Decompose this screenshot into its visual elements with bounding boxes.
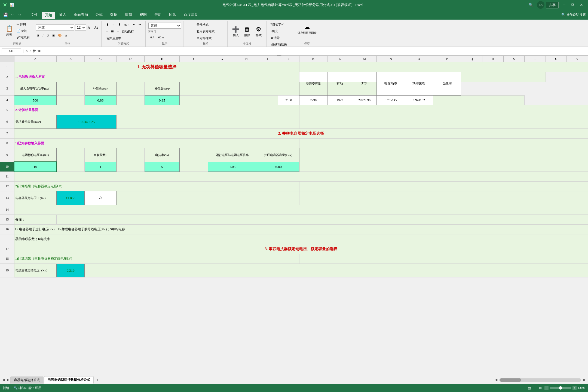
zoom-in-button[interactable]: + — [572, 386, 577, 390]
tab-layout[interactable]: 页面布局 — [70, 11, 92, 19]
row-header-14[interactable]: 14 — [0, 205, 14, 215]
save-cloud-button[interactable]: ☁ 保存到百度网盘 — [296, 21, 318, 37]
scroll-right-sheet-button[interactable]: ▶ — [6, 378, 10, 382]
tab-view[interactable]: 视图 — [136, 11, 151, 19]
col-header-F[interactable]: F — [180, 56, 208, 62]
row-header-17[interactable]: 17 — [0, 244, 14, 254]
cell-pf-header[interactable]: 功率因数 — [405, 72, 433, 96]
cell-series-count-val[interactable]: 1 — [85, 162, 116, 172]
cell-reactive-label[interactable]: 无功补偿容量(kvar) — [14, 115, 56, 129]
font-name-select[interactable]: 宋体 — [36, 24, 74, 30]
font-increase-button[interactable]: A↑ — [87, 25, 93, 30]
row-header-7[interactable]: 7 — [0, 129, 14, 139]
format-painter-button[interactable]: 🖌 格式刷 — [15, 34, 31, 40]
font-color-button[interactable]: A — [64, 32, 69, 38]
cell-pre-cos-label[interactable]: 补偿前cosΦ — [85, 82, 116, 96]
formula-input[interactable] — [37, 49, 586, 53]
font-size-select[interactable]: 12 — [75, 24, 86, 30]
cell-reference-input[interactable] — [2, 48, 21, 54]
cancel-formula-icon[interactable]: ✕ — [25, 49, 28, 53]
bold-button[interactable]: B — [36, 32, 41, 38]
tab-file[interactable]: 文件 — [27, 11, 42, 19]
scroll-left-sheet-button[interactable]: ◀ — [1, 378, 6, 382]
underline-button[interactable]: U — [45, 32, 50, 38]
cell-note-line2[interactable]: 器的串联段数；K电抗率 — [14, 234, 352, 244]
conditional-format-button[interactable]: 条件格式 — [195, 22, 216, 28]
search-ribbon[interactable]: 🔍 操作说明搜索 — [561, 13, 586, 17]
col-header-K[interactable]: K — [299, 56, 327, 62]
cell-cap-voltage-label[interactable]: 电容器额定电压Uc(Kv) — [14, 191, 56, 205]
cell-sec2-result-label[interactable]: 2)计算结果（电容器额定电压kV） — [14, 182, 299, 191]
cell-load-val[interactable]: 0.941162 — [405, 96, 433, 105]
row-header-3[interactable]: 3 — [0, 82, 14, 96]
col-header-L[interactable]: L — [327, 56, 352, 62]
row-header-13[interactable]: 13 — [0, 191, 14, 205]
share-button[interactable]: 共享 — [546, 2, 559, 8]
indent-decrease-button[interactable]: ⇤ — [131, 22, 137, 28]
cut-button[interactable]: ✂ 剪切 — [15, 21, 31, 27]
align-right-button[interactable]: ≡ — [116, 29, 120, 35]
col-header-H[interactable]: H — [236, 56, 257, 62]
cell-active-val[interactable]: 2290 — [299, 96, 327, 105]
italic-button[interactable]: I — [41, 32, 45, 38]
fill-color-button[interactable]: 🎨 — [57, 32, 63, 38]
cell-cap-voltage-val[interactable]: 11.053 — [56, 191, 84, 205]
horizontal-scrollbar[interactable]: ◀ ▶ — [494, 378, 587, 382]
col-header-I[interactable]: I — [257, 56, 278, 62]
tab-data[interactable]: 数据 — [106, 11, 121, 19]
cell-grid-voltage-label[interactable]: 电网标称电压Us(Kv) — [14, 148, 56, 162]
cell-post-cos-value[interactable]: 0.95 — [145, 96, 180, 105]
scrollbar-thumb[interactable] — [500, 378, 521, 382]
tab-insert[interactable]: 插入 — [55, 11, 70, 19]
font-decrease-button[interactable]: A↓ — [94, 25, 99, 30]
cell-load-header[interactable]: 负载率 — [433, 72, 461, 96]
row-header-10[interactable]: 10 — [0, 162, 14, 172]
view-layout-button[interactable]: ⊟ — [534, 386, 536, 390]
cell-resistance-label[interactable]: 电抗率(%) — [145, 148, 180, 162]
cell-reactive-value[interactable]: 132.340525 — [56, 115, 116, 129]
sort-filter-button[interactable]: ↕ 排序和筛选 — [269, 42, 291, 48]
cell-reactor-voltage-val[interactable]: 0.319 — [56, 264, 84, 277]
cell-result-section[interactable]: 2. 计算结果界面 — [14, 105, 299, 115]
col-header-M[interactable]: M — [352, 56, 376, 62]
minimize-button[interactable]: ─ — [560, 2, 568, 8]
cell-sec3-result-label[interactable]: 1)计算结果（串联电抗器额定端电压kV） — [14, 254, 299, 264]
col-header-S[interactable]: S — [503, 56, 525, 62]
undo-button[interactable]: ↩ — [10, 12, 16, 18]
cell-post-cos-label[interactable]: 补偿后cosΦ — [145, 82, 180, 96]
col-header-B[interactable]: B — [56, 56, 84, 62]
col-header-Q[interactable]: Q — [461, 56, 482, 62]
align-top-button[interactable]: ⬆ — [105, 22, 110, 28]
row-header-12[interactable]: 12 — [0, 182, 14, 191]
copy-button[interactable]: 📄 复制 — [15, 28, 31, 34]
cell-voltage-multiple-val[interactable]: 1.05 — [208, 162, 257, 172]
clear-button[interactable]: 🗑 清除 — [269, 35, 291, 41]
tab-formula[interactable]: 公式 — [92, 11, 106, 19]
restore-button[interactable]: ⧉ — [569, 2, 577, 8]
tab-home[interactable]: 开始 — [42, 12, 55, 19]
auto-wrap-button[interactable]: 自动换行 — [121, 29, 135, 35]
number-format-select[interactable]: 常规 — [148, 23, 181, 29]
col-header-D[interactable]: D — [116, 56, 144, 62]
format-button[interactable]: ⚙ 格式 — [253, 24, 264, 39]
redo-button[interactable]: ↪ — [17, 12, 22, 18]
indent-increase-button[interactable]: ⇥ — [137, 22, 142, 28]
table-format-button[interactable]: 套用表格格式 — [195, 29, 216, 35]
cell-title[interactable]: 1. 无功补偿容量选择 — [14, 62, 299, 72]
tab-help[interactable]: 帮助 — [151, 11, 165, 19]
col-header-U[interactable]: U — [546, 56, 567, 62]
col-header-R[interactable]: R — [482, 56, 504, 62]
cell-apparent-header[interactable]: 视在功率 — [377, 72, 405, 96]
row-header-15[interactable]: 15 — [0, 215, 14, 225]
cell-capacitor-cap-label[interactable]: 并联电容器容量(kvar) — [257, 148, 299, 162]
search-icon[interactable]: 🔍 — [529, 3, 533, 7]
fill-button[interactable]: ↓ 填充 — [269, 28, 291, 34]
scroll-right-button[interactable]: ▶ — [582, 378, 587, 382]
row-header-11[interactable]: 11 — [0, 172, 14, 182]
row-header-4[interactable]: 4 — [0, 96, 14, 105]
cell-note-line1[interactable]: Uc电容器端子运行电压(Kv)；Us并联电容器端子的母线电压(Kv)；S每相电容 — [14, 225, 352, 234]
cell-style-button[interactable]: 单元格样式 — [195, 35, 216, 41]
cell-max-load-value[interactable]: 500 — [14, 96, 56, 105]
zoom-out-button[interactable]: − — [544, 386, 549, 390]
sheet-tab-0[interactable]: 容器电感选择公式 — [10, 376, 44, 384]
